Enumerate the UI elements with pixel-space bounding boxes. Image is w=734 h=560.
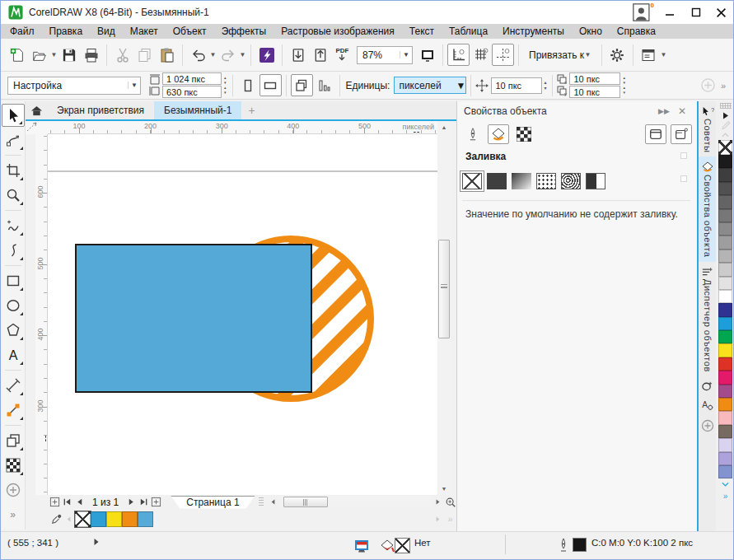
rulers-icon[interactable]	[447, 44, 470, 66]
add-property-icon[interactable]	[699, 77, 718, 93]
pdf-icon[interactable]: PDF	[331, 44, 353, 66]
color-swatch[interactable]	[718, 343, 732, 357]
last-page-button[interactable]	[138, 496, 150, 508]
duplicate-x-field[interactable]: 10 пкс	[569, 72, 620, 85]
vertical-scroll-thumb[interactable]	[438, 240, 450, 338]
menu-item-растровые-изображения[interactable]: Растровые изображения	[273, 25, 402, 38]
scroll-up-button[interactable]: ▲	[437, 121, 451, 133]
docker-tab-советы[interactable]: ?Советы	[699, 101, 716, 156]
page-height-field[interactable]: 630 пкс	[162, 86, 222, 98]
menu-item-объект[interactable]: Объект	[166, 25, 214, 38]
paste-icon[interactable]	[156, 44, 178, 66]
options-gear-icon[interactable]	[606, 44, 629, 66]
drawing-canvas[interactable]	[48, 134, 437, 495]
horizontal-scrollbar[interactable]	[279, 496, 432, 508]
color-swatch[interactable]	[718, 317, 732, 330]
color-swatch[interactable]	[718, 222, 732, 236]
no-color-swatch[interactable]	[718, 140, 732, 155]
new-document-icon[interactable]	[6, 44, 28, 66]
zoom-tool[interactable]	[2, 184, 25, 207]
h-scroll-left-button[interactable]	[267, 496, 279, 508]
dimension-tool[interactable]	[2, 374, 25, 397]
menu-item-вид[interactable]: Вид	[90, 25, 123, 38]
color-swatch[interactable]	[718, 263, 732, 276]
palette-scroll-down[interactable]	[722, 478, 729, 490]
color-swatch[interactable]	[718, 371, 732, 384]
zoom-level-combobox[interactable]: 87%▼	[357, 46, 413, 64]
color-swatch[interactable]	[718, 209, 732, 222]
shape-tool[interactable]	[2, 128, 25, 152]
menu-item-макет[interactable]: Макет	[123, 25, 166, 38]
grid-icon[interactable]	[470, 44, 492, 66]
h-scroll-right-button[interactable]	[432, 496, 444, 508]
scroll-down-button[interactable]: ▼	[437, 483, 451, 495]
section-toggle[interactable]	[680, 175, 687, 182]
palette-overflow-chevron[interactable]: »	[444, 513, 456, 525]
maximize-button[interactable]	[685, 4, 707, 21]
color-swatch[interactable]	[718, 438, 732, 451]
polygon-tool[interactable]	[2, 319, 25, 342]
close-button[interactable]	[710, 4, 732, 21]
duplicate-y-field[interactable]: 10 пкс	[569, 86, 620, 98]
color-swatch[interactable]	[718, 155, 732, 168]
docker-collapse-icon[interactable]: ▶▶	[654, 107, 674, 115]
page-width-spinner[interactable]: ▴▾	[222, 76, 228, 85]
color-swatch[interactable]	[122, 511, 138, 527]
chevron-down-icon[interactable]: ▼	[50, 51, 58, 58]
menu-item-эффекты[interactable]: Эффекты	[214, 25, 274, 38]
add-page-after-button[interactable]	[150, 496, 162, 508]
fountain-fill-icon[interactable]	[512, 173, 531, 189]
all-pages-button[interactable]	[291, 74, 313, 96]
cut-icon[interactable]	[111, 44, 133, 66]
page-tab[interactable]: Страница 1	[171, 496, 255, 509]
connector-tool[interactable]	[2, 399, 25, 422]
undo-icon[interactable]	[187, 44, 209, 66]
page-height-spinner[interactable]: ▴▾	[222, 86, 228, 95]
document-color-settings-icon[interactable]	[353, 538, 370, 554]
artistic-media-tool[interactable]	[2, 239, 25, 262]
color-swatch[interactable]	[91, 511, 106, 527]
minimize-button[interactable]	[659, 4, 680, 21]
more-tools-button[interactable]: »	[2, 503, 25, 526]
color-swatch[interactable]	[718, 195, 732, 208]
transparency-tool[interactable]	[2, 454, 25, 477]
texture-fill-icon[interactable]	[561, 173, 581, 189]
section-toggle[interactable]	[680, 152, 687, 159]
vertical-ruler[interactable]: 600500400300	[35, 134, 48, 495]
crop-tool[interactable]	[2, 159, 25, 182]
fullscreen-icon[interactable]	[416, 44, 438, 66]
transparency-icon[interactable]	[513, 124, 535, 144]
page-width-field[interactable]: 1 024 пкс	[162, 72, 222, 85]
menu-item-инструменты[interactable]: Инструменты	[495, 25, 572, 38]
current-page-button[interactable]	[313, 74, 335, 96]
horizontal-scroll-thumb[interactable]	[283, 497, 328, 507]
status-expand-arrow[interactable]	[93, 538, 100, 546]
color-swatch[interactable]	[718, 465, 732, 478]
summary-view-icon[interactable]	[671, 124, 692, 144]
palette-flyout-arrow[interactable]	[722, 110, 729, 120]
menu-item-текст[interactable]: Текст	[402, 25, 442, 38]
pattern-fill-icon[interactable]	[536, 173, 556, 189]
freehand-tool[interactable]	[2, 214, 25, 237]
postscript-fill-icon[interactable]	[586, 173, 605, 189]
first-page-button[interactable]	[61, 496, 73, 508]
color-swatch[interactable]	[718, 168, 732, 181]
window-launcher-icon[interactable]	[638, 44, 660, 66]
text-properties-tab[interactable]: A	[699, 395, 716, 415]
color-swatch[interactable]	[718, 182, 732, 195]
wrap-view-icon[interactable]	[645, 124, 666, 144]
chevron-down-icon[interactable]: ▼	[239, 51, 246, 58]
color-swatch[interactable]	[718, 385, 732, 398]
portrait-button[interactable]	[237, 74, 259, 96]
uniform-fill-icon[interactable]	[487, 173, 507, 189]
rectangle-tool[interactable]	[2, 269, 25, 292]
edit-palette-icon[interactable]	[721, 120, 731, 130]
tab-document[interactable]: Безымянный-1	[154, 101, 241, 119]
fill-icon[interactable]	[488, 124, 509, 144]
color-swatch[interactable]	[718, 452, 732, 465]
ruler-origin-icon[interactable]	[26, 121, 48, 134]
menu-item-таблица[interactable]: Таблица	[442, 25, 495, 38]
previous-page-button[interactable]	[73, 496, 86, 508]
menu-item-справка[interactable]: Справка	[610, 25, 663, 38]
drop-shadow-tool[interactable]	[2, 429, 25, 452]
